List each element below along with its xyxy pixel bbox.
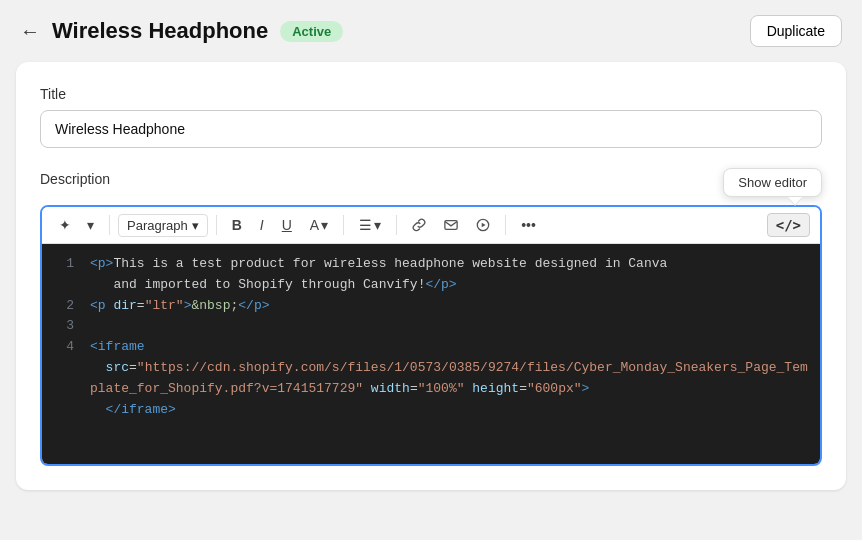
- align-chevron-icon: ▾: [374, 217, 381, 233]
- toolbar-divider-4: [396, 215, 397, 235]
- color-chevron-icon: ▾: [321, 217, 328, 233]
- paragraph-label: Paragraph: [127, 218, 188, 233]
- description-row: Description Show editor: [40, 168, 822, 197]
- code-line-1: 1 <p>This is a test product for wireless…: [42, 254, 820, 296]
- chevron-down-button[interactable]: ▾: [80, 213, 101, 237]
- toolbar-divider-5: [505, 215, 506, 235]
- line-content-4: <iframe src="https://cdn.shopify.com/s/f…: [90, 337, 812, 420]
- toolbar: ✦ ▾ Paragraph ▾ B I U A ▾ ☰ ▾: [42, 207, 820, 244]
- show-editor-tooltip: Show editor: [723, 168, 822, 197]
- editor-container: ✦ ▾ Paragraph ▾ B I U A ▾ ☰ ▾: [40, 205, 822, 466]
- line-content-1: <p>This is a test product for wireless h…: [90, 254, 667, 296]
- line-number-3: 3: [50, 316, 74, 337]
- line-content-3: [90, 316, 98, 337]
- color-label: A: [310, 217, 319, 233]
- toolbar-magic-group: ✦ ▾: [52, 213, 101, 237]
- code-view-button[interactable]: </>: [767, 213, 810, 237]
- svg-marker-2: [482, 223, 486, 227]
- email-icon: [444, 218, 458, 232]
- back-button[interactable]: ←: [20, 20, 40, 43]
- color-button[interactable]: A ▾: [303, 213, 335, 237]
- italic-button[interactable]: I: [253, 213, 271, 237]
- line-content-2: <p dir="ltr">&nbsp;</p>: [90, 296, 270, 317]
- align-button[interactable]: ☰ ▾: [352, 213, 388, 237]
- link-icon: [412, 218, 426, 232]
- status-badge: Active: [280, 21, 343, 42]
- main-card: Title Description Show editor ✦ ▾ Paragr…: [16, 62, 846, 490]
- code-line-4: 4 <iframe src="https://cdn.shopify.com/s…: [42, 337, 820, 420]
- svg-rect-0: [445, 221, 457, 230]
- code-line-3: 3: [42, 316, 820, 337]
- line-number-4: 4: [50, 337, 74, 358]
- top-actions: Duplicate: [750, 15, 842, 47]
- paragraph-chevron-icon: ▾: [192, 218, 199, 233]
- top-bar: ← Wireless Headphone Active Duplicate: [0, 0, 862, 62]
- magic-button[interactable]: ✦: [52, 213, 78, 237]
- description-label: Description: [40, 171, 110, 187]
- line-number-1: 1: [50, 254, 74, 275]
- bold-button[interactable]: B: [225, 213, 249, 237]
- align-icon: ☰: [359, 217, 372, 233]
- link-button[interactable]: [405, 214, 433, 236]
- toolbar-divider-2: [216, 215, 217, 235]
- paragraph-select[interactable]: Paragraph ▾: [118, 214, 208, 237]
- page-title: Wireless Headphone: [52, 18, 268, 44]
- email-button[interactable]: [437, 214, 465, 236]
- duplicate-button[interactable]: Duplicate: [750, 15, 842, 47]
- toolbar-divider-1: [109, 215, 110, 235]
- code-line-2: 2 <p dir="ltr">&nbsp;</p>: [42, 296, 820, 317]
- more-button[interactable]: •••: [514, 213, 543, 237]
- line-number-2: 2: [50, 296, 74, 317]
- title-input[interactable]: [40, 110, 822, 148]
- show-editor-button[interactable]: Show editor: [723, 168, 822, 197]
- title-label: Title: [40, 86, 822, 102]
- toolbar-divider-3: [343, 215, 344, 235]
- play-button[interactable]: [469, 214, 497, 236]
- underline-button[interactable]: U: [275, 213, 299, 237]
- play-icon: [476, 218, 490, 232]
- code-editor[interactable]: 1 <p>This is a test product for wireless…: [42, 244, 820, 464]
